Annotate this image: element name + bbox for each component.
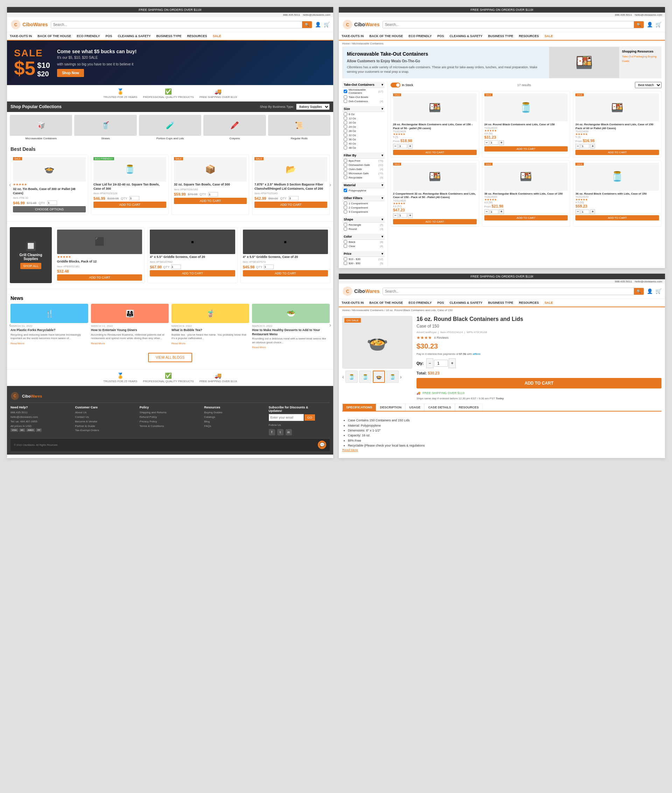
qty-plus[interactable]: + <box>590 144 595 149</box>
qty-number-input[interactable] <box>434 360 448 367</box>
nav-business[interactable]: BUSINESS TYPE <box>154 32 184 40</box>
filter-label-filterby[interactable]: Filter By ▾ <box>342 153 385 158</box>
filter-label-price[interactable]: Price ▾ <box>342 251 385 257</box>
read-more-link[interactable]: Read More <box>11 342 24 345</box>
filter-checkbox[interactable] <box>344 133 347 137</box>
add-to-cart-button[interactable]: ADD TO CART <box>485 146 568 152</box>
qty-input[interactable] <box>264 265 274 269</box>
filter-checkbox[interactable] <box>344 112 347 116</box>
account-icon-p2[interactable]: 👤 <box>647 22 653 27</box>
instagram-icon[interactable]: in <box>286 429 292 435</box>
qty-input[interactable] <box>289 196 299 200</box>
logo-p3[interactable]: C CiboWares <box>342 286 380 296</box>
nav-p2-business[interactable]: BUSINESS TYPE <box>485 32 516 40</box>
add-to-cart-button[interactable]: ADD TO CART <box>254 201 327 208</box>
nav-p3-eco[interactable]: ECO FRIENDLY <box>406 299 434 307</box>
collection-item[interactable]: 🖍️ Crayons <box>203 115 266 140</box>
filter-checkbox[interactable] <box>344 159 347 162</box>
chat-bubble[interactable]: 💬 <box>318 441 326 449</box>
qty-minus-button[interactable]: − <box>426 358 433 368</box>
in-stock-toggle[interactable] <box>390 83 400 88</box>
facebook-icon[interactable]: f <box>269 429 275 435</box>
add-to-cart-button[interactable]: ADD TO CART <box>485 215 568 221</box>
filter-checkbox[interactable] <box>344 206 347 209</box>
view-all-blogs-button[interactable]: VIEW ALL BLOGS <box>148 353 192 362</box>
add-to-cart-main-button[interactable]: ADD TO CART <box>416 378 661 389</box>
filter-checkbox[interactable] <box>344 125 347 128</box>
qty-field[interactable] <box>398 213 407 217</box>
qty-input[interactable] <box>130 196 139 200</box>
read-more-link[interactable]: Read More <box>171 342 186 345</box>
filter-checkbox[interactable] <box>344 210 347 213</box>
read-more-link[interactable]: Read More <box>91 342 105 345</box>
nav-p2-takeouts[interactable]: TAKE-OUTS IN <box>339 32 366 40</box>
nav-p2-sale[interactable]: SALE <box>542 32 556 40</box>
nav-pos[interactable]: POS <box>103 32 115 40</box>
nav-p2-backofhouse[interactable]: BACK OF THE HOUSE <box>366 32 406 40</box>
filter-checkbox[interactable] <box>344 227 347 230</box>
filter-checkbox[interactable] <box>344 163 347 166</box>
filter-label-shape[interactable]: Shape ▾ <box>342 217 385 222</box>
subscribe-button[interactable]: GO <box>304 414 315 420</box>
twitter-icon[interactable]: t <box>277 429 283 435</box>
filter-checkbox[interactable] <box>344 95 347 99</box>
add-to-cart-button[interactable]: ADD TO CART <box>575 150 659 155</box>
tab-description[interactable]: DESCRIPTION <box>376 403 406 411</box>
account-icon[interactable]: 👤 <box>315 22 321 27</box>
qty-field[interactable] <box>581 209 589 214</box>
qty-minus[interactable]: − <box>575 144 580 149</box>
filter-checkbox[interactable] <box>344 257 347 261</box>
logo[interactable]: C CiboWares <box>11 19 48 30</box>
cart-icon-p3[interactable]: 🛒 <box>656 288 661 294</box>
filter-checkbox[interactable] <box>344 189 347 192</box>
filter-label-other[interactable]: Other Filters ▾ <box>342 195 385 201</box>
account-icon-p3[interactable]: 👤 <box>647 288 653 294</box>
read-more-link[interactable]: Read More <box>252 346 266 349</box>
choose-options-button[interactable]: CHOOSE OPTIONS <box>13 206 86 213</box>
filter-checkbox[interactable] <box>344 117 347 120</box>
thumb-prev[interactable]: ‹ <box>342 374 344 380</box>
nav-p3-resources[interactable]: RESOURCES <box>516 299 542 307</box>
thumbnail[interactable]: 🫙 <box>359 371 371 383</box>
news-prev-arrow[interactable]: ‹ <box>8 322 12 328</box>
collection-item[interactable]: 🥡 Microwavable Containers <box>10 115 72 140</box>
add-to-cart-button[interactable]: ADD TO CART <box>243 270 328 277</box>
nav-p3-sale[interactable]: SALE <box>542 299 556 307</box>
filter-checkbox[interactable] <box>344 137 347 141</box>
collection-item[interactable]: 🥤 Straws <box>74 115 136 140</box>
filter-checkbox[interactable] <box>344 201 347 205</box>
qty-input[interactable] <box>208 192 218 197</box>
nav-eco[interactable]: ECO FRIENDLY <box>74 32 102 40</box>
thumbnail[interactable]: 🫙 <box>346 371 358 383</box>
qty-plus[interactable]: + <box>499 209 504 214</box>
collection-item[interactable]: 📜 Regular Rolls <box>268 115 330 140</box>
filter-checkbox[interactable] <box>344 261 347 265</box>
filter-checkbox[interactable] <box>344 240 347 243</box>
filter-checkbox[interactable] <box>344 244 347 248</box>
filter-label-size[interactable]: Size ▾ <box>342 106 385 112</box>
thumb-next[interactable]: › <box>400 374 402 380</box>
filter-label-containers[interactable]: Take-Out Containers ▾ <box>342 82 385 88</box>
add-to-cart-button[interactable]: ADD TO CART <box>575 215 659 221</box>
qty-minus[interactable]: − <box>485 209 489 214</box>
shop-now-button[interactable]: Shop Now <box>57 69 84 77</box>
email-input[interactable] <box>269 414 304 421</box>
add-to-cart-button[interactable]: ADD TO CART <box>174 198 247 204</box>
filter-checkbox[interactable] <box>344 167 347 171</box>
filter-checkbox[interactable] <box>344 171 347 175</box>
filter-checkbox[interactable] <box>344 176 347 179</box>
search-input-p2[interactable] <box>383 21 634 28</box>
filter-label-material[interactable]: Material ▾ <box>342 182 385 188</box>
read-more-button[interactable]: Read More <box>342 448 358 452</box>
qty-minus[interactable]: − <box>575 209 580 214</box>
search-input[interactable] <box>51 21 302 28</box>
cart-icon[interactable]: 🛒 <box>324 22 330 27</box>
qty-plus[interactable]: + <box>408 144 413 149</box>
thumbnail[interactable]: 🍲 <box>373 371 385 383</box>
tab-resources[interactable]: RESOURCES <box>455 403 483 411</box>
qty-plus[interactable]: + <box>590 209 595 214</box>
thumbnail[interactable]: 🫙 <box>386 371 398 383</box>
search-button-p3[interactable]: 🔍 <box>634 288 644 295</box>
nav-p3-pos[interactable]: POS <box>435 299 447 307</box>
qty-input[interactable] <box>47 200 57 205</box>
